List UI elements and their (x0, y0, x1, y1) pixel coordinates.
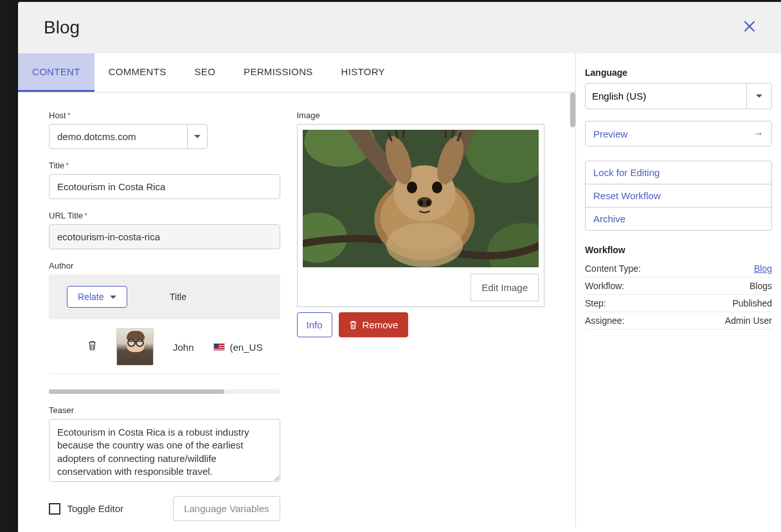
language-label: Language (585, 67, 772, 78)
host-label: Host* (49, 111, 280, 120)
tabs: CONTENT COMMENTS SEO PERMISSIONS HISTORY (18, 53, 575, 93)
url-title-field: URL Title* (49, 211, 280, 249)
language-variables-button[interactable]: Language Variables (173, 496, 280, 521)
host-input[interactable] (49, 125, 187, 148)
form-scroll[interactable]: Host* Title* (18, 93, 575, 527)
title-field: Title* (49, 161, 280, 199)
language-caret-icon[interactable] (746, 84, 771, 109)
avatar (116, 328, 154, 366)
form-right-column: Image (297, 111, 545, 527)
trash-icon (349, 321, 357, 330)
form-left-column: Host* Title* (49, 111, 297, 527)
tab-history[interactable]: HISTORY (327, 53, 399, 92)
title-label: Title* (49, 161, 280, 170)
modal-title: Blog (44, 17, 80, 38)
checkbox-icon[interactable] (49, 503, 60, 515)
tab-content[interactable]: CONTENT (18, 53, 94, 92)
svg-point-12 (426, 200, 430, 206)
teaser-label: Teaser (49, 405, 280, 415)
relate-button[interactable]: Relate (67, 286, 127, 308)
content-type-link[interactable]: Blog (754, 263, 772, 274)
svg-point-9 (431, 182, 442, 193)
horizontal-scrollbar[interactable] (49, 389, 280, 394)
url-title-input[interactable] (49, 224, 280, 249)
toggle-row: Toggle Editor Language Variables (49, 496, 280, 521)
meta-step: Step: Published (585, 295, 772, 312)
url-title-label: URL Title* (49, 211, 280, 220)
image-field: Image (297, 111, 545, 337)
host-caret-icon[interactable] (187, 125, 207, 148)
language-select[interactable]: English (US) (585, 83, 772, 109)
flag-us-icon (213, 343, 225, 351)
left-pane: CONTENT COMMENTS SEO PERMISSIONS HISTORY… (18, 53, 576, 527)
host-select[interactable] (49, 124, 208, 149)
svg-point-11 (418, 200, 423, 206)
image-button-row: Info Remove (297, 312, 545, 337)
author-name: John (173, 342, 194, 353)
author-row: John (en_US (49, 319, 280, 374)
workflow-meta: Content Type: Blog Workflow: Blogs Step:… (585, 260, 772, 330)
language-value: English (US) (586, 84, 746, 109)
arrow-right-icon: → (753, 128, 764, 139)
svg-point-15 (386, 223, 462, 267)
teaser-textarea[interactable] (49, 419, 280, 482)
preview-button[interactable]: Preview → (585, 121, 772, 146)
trash-icon[interactable] (87, 341, 97, 353)
meta-assignee: Assignee: Admin User (585, 312, 772, 330)
author-field: Author Relate Title (49, 261, 280, 394)
action-lock-for-editing[interactable]: Lock for Editing (586, 161, 771, 184)
meta-content-type: Content Type: Blog (585, 260, 772, 278)
toggle-editor-checkbox[interactable]: Toggle Editor (49, 502, 123, 515)
teaser-field: Teaser (49, 405, 280, 484)
remove-button[interactable]: Remove (339, 312, 409, 337)
tab-comments[interactable]: COMMENTS (94, 53, 181, 92)
tab-permissions[interactable]: PERMISSIONS (229, 53, 327, 92)
title-input[interactable] (49, 174, 280, 199)
vertical-scrollbar[interactable] (570, 93, 575, 127)
host-field: Host* (49, 111, 280, 149)
workflow-label: Workflow (585, 245, 772, 255)
svg-point-8 (406, 182, 417, 193)
image-thumbnail[interactable] (303, 130, 539, 267)
right-sidebar: Language English (US) Preview → Lock for… (576, 53, 781, 527)
edit-image-button[interactable]: Edit Image (471, 274, 539, 301)
modal-header: Blog (18, 2, 781, 53)
blog-edit-modal: Blog CONTENT COMMENTS SEO PERMISSIONS HI… (18, 2, 781, 532)
close-icon[interactable] (744, 21, 755, 35)
author-locale: (en_US (230, 342, 263, 353)
info-button[interactable]: Info (297, 312, 332, 337)
action-reset-workflow[interactable]: Reset Workflow (586, 184, 771, 207)
action-archive[interactable]: Archive (586, 207, 771, 230)
tab-seo[interactable]: SEO (181, 53, 230, 92)
author-label: Author (49, 261, 280, 270)
image-card: Edit Image (297, 124, 545, 307)
author-column-title: Title (127, 292, 280, 302)
image-actions: Edit Image (303, 274, 539, 301)
author-relate-box: Relate Title (49, 274, 280, 319)
chevron-down-icon (110, 296, 116, 299)
meta-workflow: Workflow: Blogs (585, 278, 772, 295)
content-wrap: CONTENT COMMENTS SEO PERMISSIONS HISTORY… (18, 53, 781, 527)
workflow-actions: Lock for Editing Reset Workflow Archive (585, 161, 772, 231)
image-label: Image (297, 111, 545, 120)
